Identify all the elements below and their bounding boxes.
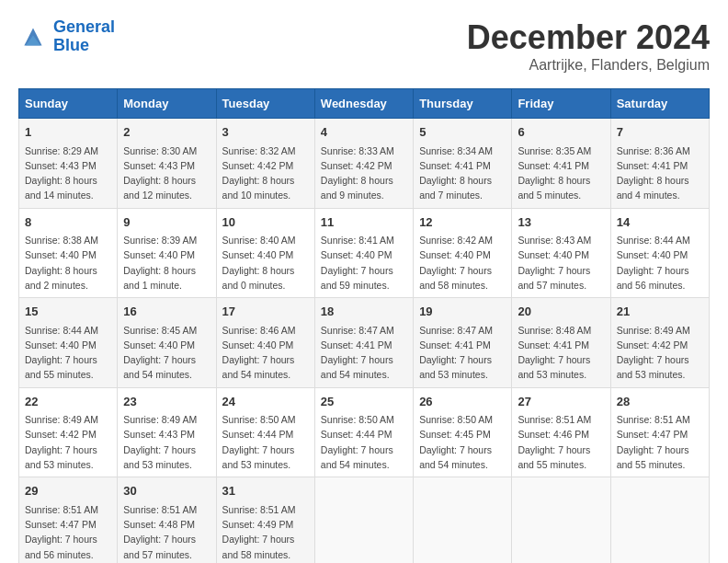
calendar-cell: 23Sunrise: 8:49 AMSunset: 4:43 PMDayligh… xyxy=(118,387,216,477)
calendar-week-row: 15Sunrise: 8:44 AMSunset: 4:40 PMDayligh… xyxy=(19,298,710,388)
calendar-cell: 30Sunrise: 8:51 AMSunset: 4:48 PMDayligh… xyxy=(118,477,216,563)
day-number: 14 xyxy=(617,213,703,232)
calendar-cell xyxy=(314,477,413,563)
calendar-cell: 15Sunrise: 8:44 AMSunset: 4:40 PMDayligh… xyxy=(19,298,118,388)
calendar-cell: 6Sunrise: 8:35 AMSunset: 4:41 PMDaylight… xyxy=(512,119,610,209)
weekday-header: Monday xyxy=(118,89,216,119)
calendar-cell: 24Sunrise: 8:50 AMSunset: 4:44 PMDayligh… xyxy=(216,387,314,477)
day-number: 5 xyxy=(419,123,506,142)
cell-info: Sunrise: 8:42 AMSunset: 4:40 PMDaylight:… xyxy=(419,233,506,293)
cell-info: Sunrise: 8:51 AMSunset: 4:47 PMDaylight:… xyxy=(25,502,111,562)
day-number: 11 xyxy=(321,213,407,232)
cell-info: Sunrise: 8:29 AMSunset: 4:43 PMDaylight:… xyxy=(25,144,111,203)
calendar-cell: 14Sunrise: 8:44 AMSunset: 4:40 PMDayligh… xyxy=(610,208,709,298)
calendar-cell: 19Sunrise: 8:47 AMSunset: 4:41 PMDayligh… xyxy=(414,298,512,388)
day-number: 26 xyxy=(419,393,506,411)
day-number: 23 xyxy=(123,393,210,411)
calendar-cell: 17Sunrise: 8:46 AMSunset: 4:40 PMDayligh… xyxy=(216,298,314,388)
calendar-cell: 1Sunrise: 8:29 AMSunset: 4:43 PMDaylight… xyxy=(19,119,118,209)
calendar-cell: 22Sunrise: 8:49 AMSunset: 4:42 PMDayligh… xyxy=(19,387,118,477)
cell-info: Sunrise: 8:49 AMSunset: 4:43 PMDaylight:… xyxy=(123,412,210,472)
cell-info: Sunrise: 8:30 AMSunset: 4:43 PMDaylight:… xyxy=(123,144,210,203)
day-number: 21 xyxy=(617,303,703,321)
calendar-cell: 18Sunrise: 8:47 AMSunset: 4:41 PMDayligh… xyxy=(314,298,413,388)
day-number: 17 xyxy=(222,303,309,321)
calendar-cell: 27Sunrise: 8:51 AMSunset: 4:46 PMDayligh… xyxy=(512,387,610,477)
day-number: 25 xyxy=(321,393,407,411)
calendar-cell: 2Sunrise: 8:30 AMSunset: 4:43 PMDaylight… xyxy=(118,119,216,209)
cell-info: Sunrise: 8:51 AMSunset: 4:47 PMDaylight:… xyxy=(617,412,703,472)
cell-info: Sunrise: 8:33 AMSunset: 4:42 PMDaylight:… xyxy=(321,144,407,203)
day-number: 8 xyxy=(25,213,111,232)
calendar-cell: 7Sunrise: 8:36 AMSunset: 4:41 PMDaylight… xyxy=(610,119,709,209)
weekday-header: Wednesday xyxy=(314,89,413,119)
cell-info: Sunrise: 8:35 AMSunset: 4:41 PMDaylight:… xyxy=(518,144,604,203)
weekday-header: Tuesday xyxy=(216,89,314,119)
page-header: General Blue December 2024 Aartrijke, Fl… xyxy=(18,18,710,74)
month-title: December 2024 xyxy=(467,18,710,57)
calendar-cell: 25Sunrise: 8:50 AMSunset: 4:44 PMDayligh… xyxy=(314,387,413,477)
day-number: 30 xyxy=(123,482,210,500)
day-number: 6 xyxy=(518,123,604,142)
day-number: 31 xyxy=(222,482,309,500)
day-number: 7 xyxy=(617,123,703,142)
cell-info: Sunrise: 8:51 AMSunset: 4:48 PMDaylight:… xyxy=(123,502,210,562)
cell-info: Sunrise: 8:44 AMSunset: 4:40 PMDaylight:… xyxy=(617,233,703,293)
location: Aartrijke, Flanders, Belgium xyxy=(467,57,710,74)
calendar-week-row: 1Sunrise: 8:29 AMSunset: 4:43 PMDaylight… xyxy=(19,119,710,209)
calendar-cell xyxy=(414,477,512,563)
logo-icon xyxy=(18,22,48,52)
cell-info: Sunrise: 8:51 AMSunset: 4:46 PMDaylight:… xyxy=(518,412,604,472)
calendar-cell: 26Sunrise: 8:50 AMSunset: 4:45 PMDayligh… xyxy=(414,387,512,477)
day-number: 20 xyxy=(518,303,604,321)
day-number: 24 xyxy=(222,393,309,411)
calendar-cell: 12Sunrise: 8:42 AMSunset: 4:40 PMDayligh… xyxy=(414,208,512,298)
day-number: 4 xyxy=(321,123,407,142)
cell-info: Sunrise: 8:50 AMSunset: 4:44 PMDaylight:… xyxy=(321,412,407,472)
day-number: 28 xyxy=(617,393,703,411)
day-number: 12 xyxy=(419,213,506,232)
day-number: 3 xyxy=(222,123,309,142)
calendar-cell: 3Sunrise: 8:32 AMSunset: 4:42 PMDaylight… xyxy=(216,119,314,209)
cell-info: Sunrise: 8:45 AMSunset: 4:40 PMDaylight:… xyxy=(123,323,210,383)
calendar-cell: 28Sunrise: 8:51 AMSunset: 4:47 PMDayligh… xyxy=(610,387,709,477)
cell-info: Sunrise: 8:48 AMSunset: 4:41 PMDaylight:… xyxy=(518,323,604,383)
weekday-header: Sunday xyxy=(19,89,118,119)
calendar-cell: 16Sunrise: 8:45 AMSunset: 4:40 PMDayligh… xyxy=(118,298,216,388)
cell-info: Sunrise: 8:34 AMSunset: 4:41 PMDaylight:… xyxy=(419,144,506,203)
cell-info: Sunrise: 8:41 AMSunset: 4:40 PMDaylight:… xyxy=(321,233,407,293)
calendar-cell xyxy=(512,477,610,563)
calendar-cell: 31Sunrise: 8:51 AMSunset: 4:49 PMDayligh… xyxy=(216,477,314,563)
header-row: SundayMondayTuesdayWednesdayThursdayFrid… xyxy=(19,89,710,119)
weekday-header: Friday xyxy=(512,89,610,119)
calendar-cell: 21Sunrise: 8:49 AMSunset: 4:42 PMDayligh… xyxy=(610,298,709,388)
weekday-header: Thursday xyxy=(414,89,512,119)
day-number: 18 xyxy=(321,303,407,321)
cell-info: Sunrise: 8:47 AMSunset: 4:41 PMDaylight:… xyxy=(321,323,407,383)
day-number: 1 xyxy=(25,123,111,142)
weekday-header: Saturday xyxy=(610,89,709,119)
calendar-cell: 20Sunrise: 8:48 AMSunset: 4:41 PMDayligh… xyxy=(512,298,610,388)
calendar-cell: 29Sunrise: 8:51 AMSunset: 4:47 PMDayligh… xyxy=(19,477,118,563)
calendar-cell: 10Sunrise: 8:40 AMSunset: 4:40 PMDayligh… xyxy=(216,208,314,298)
cell-info: Sunrise: 8:49 AMSunset: 4:42 PMDaylight:… xyxy=(617,323,703,383)
cell-info: Sunrise: 8:51 AMSunset: 4:49 PMDaylight:… xyxy=(222,502,309,562)
day-number: 29 xyxy=(25,482,111,500)
cell-info: Sunrise: 8:44 AMSunset: 4:40 PMDaylight:… xyxy=(25,323,111,383)
logo-line1: General xyxy=(53,17,115,36)
logo-line2: Blue xyxy=(53,36,89,54)
calendar-week-row: 29Sunrise: 8:51 AMSunset: 4:47 PMDayligh… xyxy=(19,477,710,563)
logo-text: General Blue xyxy=(53,18,115,55)
day-number: 10 xyxy=(222,213,309,232)
calendar-cell: 4Sunrise: 8:33 AMSunset: 4:42 PMDaylight… xyxy=(314,119,413,209)
cell-info: Sunrise: 8:32 AMSunset: 4:42 PMDaylight:… xyxy=(222,144,309,203)
calendar-cell: 5Sunrise: 8:34 AMSunset: 4:41 PMDaylight… xyxy=(414,119,512,209)
cell-info: Sunrise: 8:49 AMSunset: 4:42 PMDaylight:… xyxy=(25,412,111,472)
calendar-cell xyxy=(610,477,709,563)
cell-info: Sunrise: 8:50 AMSunset: 4:44 PMDaylight:… xyxy=(222,412,309,472)
cell-info: Sunrise: 8:38 AMSunset: 4:40 PMDaylight:… xyxy=(25,233,111,293)
day-number: 27 xyxy=(518,393,604,411)
day-number: 15 xyxy=(25,303,111,321)
day-number: 19 xyxy=(419,303,506,321)
day-number: 9 xyxy=(123,213,210,232)
